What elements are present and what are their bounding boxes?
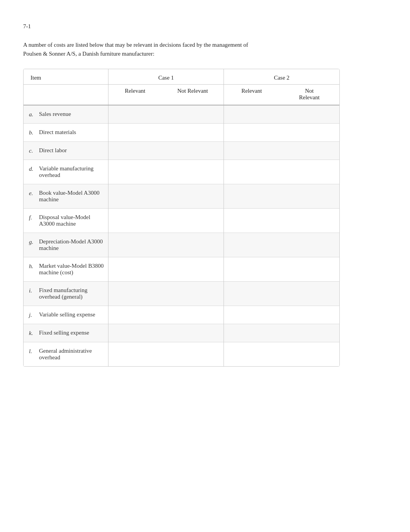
data-cell [162, 209, 224, 233]
item-letter: g. [29, 238, 39, 245]
item-label-cell: a.Sales revenue [24, 105, 108, 124]
data-cell [108, 306, 162, 324]
data-cell [162, 105, 224, 124]
data-cell [224, 184, 280, 209]
data-cell [224, 306, 280, 324]
item-subheader [24, 85, 108, 105]
item-text: Book value-Model A3000 machine [39, 190, 104, 203]
data-cell [162, 184, 224, 209]
data-cell [108, 142, 162, 160]
data-cell [224, 142, 280, 160]
data-cell [162, 282, 224, 306]
intro-text: A number of costs are listed below that … [23, 41, 263, 58]
data-cell [108, 209, 162, 233]
data-cell [224, 342, 280, 367]
item-text: Fixed selling expense [39, 330, 104, 336]
item-label-cell: g.Depreciation-Model A3000 machine [24, 233, 108, 257]
case2-header: Case 2 [224, 69, 339, 85]
data-cell [279, 342, 339, 367]
table-row: l.General administrative overhead [24, 342, 339, 367]
data-cell [224, 124, 280, 142]
table-row: b.Direct materials [24, 124, 339, 142]
item-label-cell: d.Variable manufacturing overhead [24, 160, 108, 184]
item-letter: k. [29, 330, 39, 337]
item-label-cell: l.General administrative overhead [24, 342, 108, 367]
case1-relevant-header: Relevant [108, 85, 162, 105]
item-letter: d. [29, 165, 39, 172]
item-text: Disposal value-Model A3000 machine [39, 214, 104, 227]
item-letter: f. [29, 214, 39, 221]
item-letter: l. [29, 348, 39, 355]
table-row: i.Fixed manufacturing overhead (general) [24, 282, 339, 306]
data-cell [279, 105, 339, 124]
data-cell [279, 142, 339, 160]
page-number: 7-1 [23, 23, 387, 30]
data-cell [108, 105, 162, 124]
item-col-header: Item [24, 69, 108, 85]
table-row: a.Sales revenue [24, 105, 339, 124]
item-label-cell: c.Direct labor [24, 142, 108, 160]
table-row: c.Direct labor [24, 142, 339, 160]
data-cell [279, 233, 339, 257]
item-label-cell: h.Market value-Model B3800 machine (cost… [24, 257, 108, 282]
table-row: j.Variable selling expense [24, 306, 339, 324]
data-cell [279, 160, 339, 184]
data-cell [108, 124, 162, 142]
item-letter: e. [29, 190, 39, 197]
case2-relevant-header: Relevant [224, 85, 280, 105]
data-cell [162, 233, 224, 257]
item-text: Depreciation-Model A3000 machine [39, 238, 104, 252]
data-cell [279, 306, 339, 324]
data-cell [224, 209, 280, 233]
data-cell [108, 257, 162, 282]
data-cell [162, 324, 224, 342]
item-text: Fixed manufacturing overhead (general) [39, 287, 104, 300]
item-text: Variable selling expense [39, 311, 104, 318]
data-cell [162, 142, 224, 160]
data-cell [108, 160, 162, 184]
data-cell [108, 282, 162, 306]
data-cell [162, 160, 224, 184]
item-label-cell: j.Variable selling expense [24, 306, 108, 324]
table-row: d.Variable manufacturing overhead [24, 160, 339, 184]
item-label-cell: i.Fixed manufacturing overhead (general) [24, 282, 108, 306]
data-cell [279, 257, 339, 282]
case1-header: Case 1 [108, 69, 224, 85]
item-text: General administrative overhead [39, 348, 104, 361]
data-cell [108, 342, 162, 367]
table-row: k.Fixed selling expense [24, 324, 339, 342]
data-cell [279, 184, 339, 209]
data-cell [108, 184, 162, 209]
data-cell [279, 324, 339, 342]
item-text: Sales revenue [39, 111, 104, 117]
table-row: g.Depreciation-Model A3000 machine [24, 233, 339, 257]
data-cell [224, 324, 280, 342]
data-cell [162, 342, 224, 367]
data-cell [224, 233, 280, 257]
item-label-cell: k.Fixed selling expense [24, 324, 108, 342]
data-cell [108, 233, 162, 257]
data-cell [279, 124, 339, 142]
item-text: Direct materials [39, 129, 104, 136]
item-label-cell: b.Direct materials [24, 124, 108, 142]
item-letter: j. [29, 311, 39, 318]
data-cell [224, 282, 280, 306]
data-cell [224, 257, 280, 282]
item-text: Market value-Model B3800 machine (cost) [39, 263, 104, 276]
item-letter: c. [29, 147, 39, 154]
case1-not-relevant-header: Not Relevant [162, 85, 224, 105]
item-letter: i. [29, 287, 39, 294]
data-cell [224, 160, 280, 184]
data-cell [162, 124, 224, 142]
data-cell [279, 209, 339, 233]
table-row: h.Market value-Model B3800 machine (cost… [24, 257, 339, 282]
item-text: Direct labor [39, 147, 104, 154]
case2-not-relevant-header: NotRelevant [279, 85, 339, 105]
item-label-cell: f.Disposal value-Model A3000 machine [24, 209, 108, 233]
data-cell [162, 306, 224, 324]
item-letter: b. [29, 129, 39, 136]
item-letter: h. [29, 263, 39, 270]
item-label-cell: e.Book value-Model A3000 machine [24, 184, 108, 209]
item-letter: a. [29, 111, 39, 118]
data-cell [279, 282, 339, 306]
